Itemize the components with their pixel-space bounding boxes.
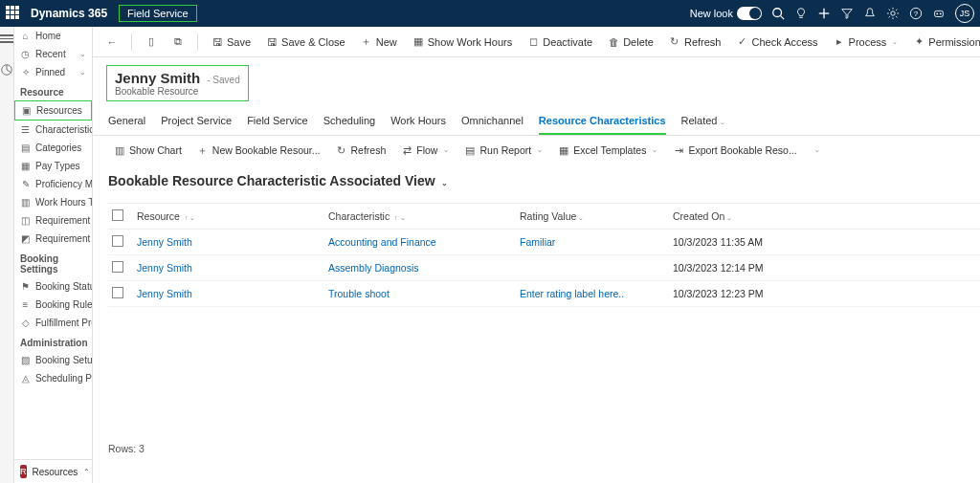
- fulfillment-icon: ◇: [20, 318, 31, 328]
- calendar-icon: ▦: [412, 36, 424, 48]
- deactivate-button[interactable]: ◻Deactivate: [522, 33, 598, 51]
- cell-rating[interactable]: Enter rating label here..: [516, 282, 669, 305]
- toggle-icon[interactable]: [737, 7, 762, 20]
- global-header: Dynamics 365 Field Service New look ? JS: [0, 0, 980, 27]
- flow-icon: ⇄: [401, 144, 412, 156]
- trash-icon: 🗑: [608, 36, 619, 48]
- row-checkbox[interactable]: [112, 261, 123, 273]
- tab-project-service[interactable]: Project Service: [161, 109, 232, 135]
- tab-resource-characteristics[interactable]: Resource Characteristics: [539, 109, 666, 135]
- new-record-button[interactable]: ＋New Bookable Resour...: [191, 142, 326, 159]
- new-look-label: New look: [690, 8, 733, 19]
- sitemap-icon[interactable]: [0, 63, 13, 77]
- user-avatar[interactable]: JS: [955, 4, 974, 23]
- col-created[interactable]: Created On⌄: [669, 205, 980, 228]
- paytypes-icon: ▦: [20, 161, 31, 171]
- params-icon: ◬: [20, 373, 31, 384]
- nav-req-group[interactable]: ◫Requirement Group ...: [14, 211, 92, 230]
- chevron-down-icon: ⌄: [652, 146, 657, 154]
- categories-icon: ▤: [20, 143, 31, 153]
- save-button[interactable]: 🖫Save: [206, 33, 256, 51]
- excel-templates-button[interactable]: ▦Excel Templates⌄: [552, 142, 663, 159]
- cell-resource[interactable]: Jenny Smith: [133, 282, 324, 305]
- plus-icon[interactable]: [817, 7, 831, 20]
- row-checkbox[interactable]: [112, 235, 123, 247]
- chevron-down-icon: ⌄: [79, 50, 86, 58]
- cell-resource[interactable]: Jenny Smith: [133, 231, 324, 253]
- app-launcher-icon[interactable]: [6, 6, 21, 21]
- bell-icon[interactable]: [863, 7, 877, 20]
- refresh-button[interactable]: ↻Refresh: [663, 33, 727, 51]
- show-work-hours-button[interactable]: ▦Show Work Hours: [407, 33, 518, 51]
- chevron-down-icon: ⌄: [720, 119, 725, 125]
- subgrid-flow-button[interactable]: ⇄Flow⌄: [395, 142, 455, 159]
- cell-resource[interactable]: Jenny Smith: [133, 256, 324, 279]
- cell-rating[interactable]: Familiar: [516, 231, 669, 253]
- permissions-button[interactable]: ✦Permissions: [907, 33, 980, 51]
- tab-scheduling[interactable]: Scheduling: [323, 109, 375, 135]
- nav-booking-setup[interactable]: ▨Booking Setup Meta...: [14, 351, 92, 369]
- check-access-button[interactable]: ✓Check Access: [731, 33, 824, 51]
- status-icon: ◩: [20, 233, 31, 244]
- group-admin: Administration: [14, 332, 92, 351]
- process-button[interactable]: ▸Process⌄: [828, 33, 904, 51]
- search-icon[interactable]: [771, 7, 785, 20]
- nav-recent[interactable]: ◷Recent⌄: [14, 45, 92, 63]
- row-checkbox[interactable]: [112, 287, 123, 298]
- subgrid-refresh-button[interactable]: ↻Refresh: [330, 142, 392, 159]
- save-close-button[interactable]: 🖫Save & Close: [260, 33, 351, 51]
- cell-characteristic[interactable]: Accounting and Finance: [324, 231, 516, 253]
- table-row[interactable]: Jenny SmithTrouble shootEnter rating lab…: [108, 281, 980, 307]
- show-chart-button[interactable]: ▥Show Chart: [108, 142, 188, 159]
- nav-pinned[interactable]: ✧Pinned⌄: [14, 63, 92, 81]
- tab-general[interactable]: General: [108, 109, 145, 135]
- tab-work-hours[interactable]: Work Hours: [390, 109, 446, 135]
- tab-field-service[interactable]: Field Service: [247, 109, 308, 135]
- col-resource[interactable]: Resource ↑⌄: [133, 205, 324, 228]
- nav-categories[interactable]: ▤Categories: [14, 139, 92, 157]
- new-button[interactable]: ＋New: [355, 33, 403, 51]
- select-all-checkbox[interactable]: [112, 209, 123, 221]
- cell-characteristic[interactable]: Trouble shoot: [324, 282, 516, 305]
- nav-proficiency[interactable]: ✎Proficiency Models: [14, 175, 92, 193]
- nav-booking-rules[interactable]: ≡Booking Rules: [14, 296, 92, 314]
- open-record-set-button[interactable]: ▯: [140, 33, 163, 51]
- nav-req-statuses[interactable]: ◩Requirement Statuses: [14, 230, 92, 248]
- nav-resources[interactable]: ▣Resources: [14, 100, 92, 121]
- hamburger-icon[interactable]: [0, 33, 13, 46]
- report-icon: ▤: [464, 144, 476, 156]
- tab-related[interactable]: Related⌄: [681, 109, 726, 135]
- nav-booking-statuses[interactable]: ⚑Booking Statuses: [14, 277, 92, 296]
- nav-home[interactable]: ⌂Home: [14, 27, 92, 45]
- nav-workhours-templates[interactable]: ▥Work Hours Templates: [14, 193, 92, 211]
- tab-omnichannel[interactable]: Omnichannel: [461, 109, 523, 135]
- col-characteristic[interactable]: Characteristic ↑⌄: [324, 205, 516, 228]
- nav-fulfillment[interactable]: ◇Fulfillment Preferences: [14, 314, 92, 332]
- export-button[interactable]: ⇥Export Bookable Reso...: [667, 142, 802, 159]
- table-row[interactable]: Jenny SmithAccounting and FinanceFamilia…: [108, 230, 980, 255]
- assistant-icon[interactable]: [932, 7, 946, 20]
- cell-characteristic[interactable]: Assembly Diagnosis: [324, 256, 516, 279]
- help-icon[interactable]: ?: [909, 7, 923, 20]
- main-content: ← ▯ ⧉ 🖫Save 🖫Save & Close ＋New ▦Show Wor…: [93, 27, 980, 483]
- view-selector[interactable]: Bookable Resource Characteristic Associa…: [108, 173, 448, 188]
- area-badge: R: [20, 465, 27, 478]
- app-name[interactable]: Field Service: [119, 5, 197, 22]
- delete-button[interactable]: 🗑Delete: [602, 33, 659, 51]
- svg-point-9: [936, 13, 938, 15]
- col-rating[interactable]: Rating Value⌄: [516, 205, 669, 228]
- lightbulb-icon[interactable]: [794, 7, 808, 20]
- nav-scheduling-params[interactable]: ◬Scheduling Paramete...: [14, 369, 92, 387]
- chevron-down-icon: ⌄: [443, 146, 449, 154]
- new-look-toggle[interactable]: New look: [690, 7, 762, 20]
- nav-characteristics[interactable]: ☰Characteristics: [14, 121, 92, 139]
- run-report-button[interactable]: ▤Run Report⌄: [458, 142, 548, 159]
- subgrid-more-button[interactable]: ⌄: [807, 143, 826, 157]
- area-switcher[interactable]: R Resources ⌃: [14, 459, 92, 483]
- gear-icon[interactable]: [886, 7, 900, 20]
- nav-paytypes[interactable]: ▦Pay Types: [14, 157, 92, 175]
- back-button[interactable]: ←: [100, 33, 123, 51]
- table-row[interactable]: Jenny SmithAssembly Diagnosis10/3/2023 1…: [108, 255, 980, 281]
- filter-icon[interactable]: [840, 7, 854, 20]
- new-window-button[interactable]: ⧉: [167, 33, 189, 51]
